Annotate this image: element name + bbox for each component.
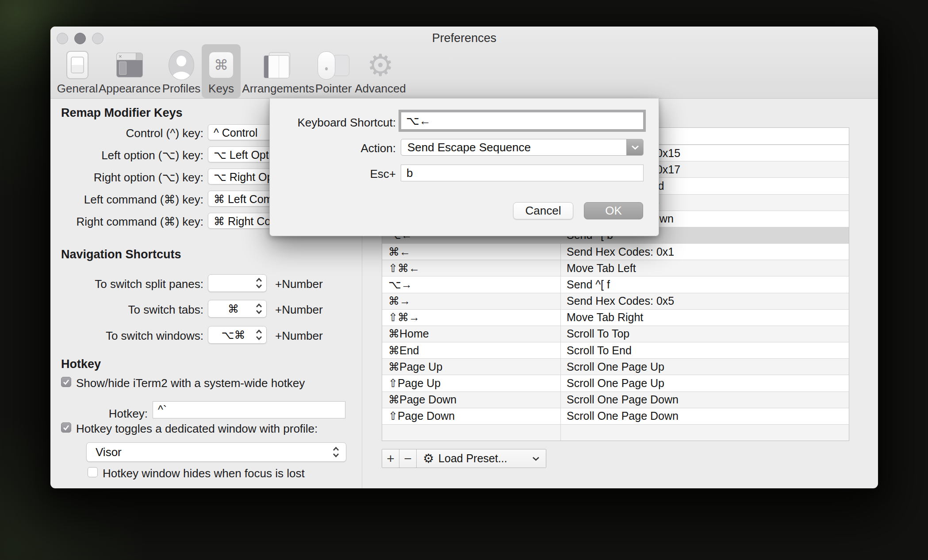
updown-chevron-icon	[256, 303, 262, 315]
action-cell: Scroll One Page Down	[560, 392, 849, 408]
window-header: Preferences General × Appearance	[50, 27, 878, 99]
window-title: Preferences	[50, 31, 878, 45]
key-combination-cell: ⌥→	[382, 276, 560, 292]
arrangements-icon	[264, 50, 293, 80]
toolbar-tab-arrangements[interactable]: Arrangements	[241, 44, 316, 98]
toolbar-label: Appearance	[99, 82, 161, 96]
key-combination-cell: ⇧⌘←	[382, 260, 560, 276]
updown-chevron-icon	[333, 446, 339, 458]
action-cell: Send ^[ f	[560, 276, 849, 292]
keyboard-shortcut-input[interactable]: ⌥←	[401, 112, 644, 130]
hide-on-focus-lost-checkbox[interactable]	[88, 467, 98, 477]
table-row[interactable]: ⌘EndScroll To End	[382, 342, 849, 358]
toolbar-tab-advanced[interactable]: ⚙ Advanced	[354, 44, 407, 98]
profiles-icon	[169, 50, 194, 80]
plus-number-label: +Number	[275, 329, 323, 343]
general-icon	[66, 50, 88, 80]
checkmark-icon	[63, 425, 69, 430]
action-cell: Send Hex Codes: 0x5	[560, 293, 849, 309]
appearance-icon: ×	[116, 50, 143, 80]
nav-row-label: To switch tabs:	[128, 303, 203, 317]
table-row[interactable]: ⌘→Send Hex Codes: 0x5	[382, 293, 849, 309]
plus-number-label: +Number	[275, 303, 323, 317]
preferences-window: Preferences General × Appearance	[50, 27, 878, 488]
navigation-heading: Navigation Shortcuts	[61, 248, 181, 261]
table-row[interactable]: ⌘Page DownScroll One Page Down	[382, 391, 849, 408]
toolbar-tab-keys[interactable]: ⌘ Keys	[202, 44, 241, 98]
edit-shortcut-dialog: Keyboard Shortcut: ⌥← Action: Send Escap…	[269, 98, 659, 236]
ok-button[interactable]: OK	[584, 202, 643, 219]
hotkey-field-label: Hotkey:	[109, 407, 148, 421]
key-combination-cell: ⇧⌘→	[382, 310, 560, 326]
action-cell	[560, 425, 849, 441]
gear-icon: ⚙	[423, 453, 434, 465]
updown-chevron-icon	[256, 329, 262, 341]
profile-select-popup[interactable]: Visor	[86, 442, 346, 462]
switch-windows-popup[interactable]: ⌥⌘	[208, 326, 267, 344]
pointer-icon	[318, 50, 349, 80]
add-mapping-button[interactable]: +	[382, 449, 399, 468]
hide-on-focus-lost-label: Hotkey window hides when focus is lost	[103, 467, 305, 480]
table-row[interactable]: ⇧⌘→Move Tab Right	[382, 309, 849, 326]
toolbar-tab-appearance[interactable]: × Appearance	[96, 44, 163, 98]
toolbar-label: Keys	[208, 82, 234, 96]
toolbar-tab-pointer[interactable]: Pointer	[309, 44, 358, 98]
remap-row-label: Left option (⌥) key:	[101, 149, 203, 162]
checkmark-icon	[63, 379, 69, 385]
systemwide-hotkey-label: Show/hide iTerm2 with a system-wide hotk…	[76, 376, 305, 390]
action-cell: Scroll One Page Up	[560, 359, 849, 375]
toolbar-label: Arrangements	[242, 82, 314, 96]
hotkey-input[interactable]: ^`	[153, 401, 345, 418]
load-preset-button[interactable]: ⚙ Load Preset...	[417, 449, 546, 468]
switch-tabs-popup[interactable]: ⌘	[208, 300, 267, 318]
keys-icon: ⌘	[209, 50, 234, 80]
esc-sequence-input[interactable]: b	[401, 165, 644, 181]
table-row[interactable]: ⇧Page DownScroll One Page Down	[382, 408, 849, 424]
advanced-icon: ⚙	[367, 50, 394, 80]
remap-row-label: Control (^) key:	[126, 127, 203, 140]
action-cell: Scroll One Page Up	[560, 375, 849, 391]
remap-row-label: Left command (⌘) key:	[84, 193, 203, 207]
toolbar-tab-profiles[interactable]: Profiles	[157, 44, 206, 98]
action-cell: Send Hex Codes: 0x1	[560, 244, 849, 260]
toolbar-label: Advanced	[355, 82, 406, 96]
esc-label: Esc+	[270, 167, 396, 181]
split-panes-popup[interactable]	[208, 274, 267, 292]
action-dropdown[interactable]: Send Escape Sequence	[401, 139, 644, 156]
action-cell: Move Tab Left	[560, 260, 849, 276]
toolbar-tab-general[interactable]: General	[51, 44, 104, 98]
table-row[interactable]: ⇧⌘←Move Tab Left	[382, 260, 849, 276]
key-combination-cell: ⇧Page Up	[382, 375, 560, 391]
updown-chevron-icon	[256, 277, 262, 289]
chevron-down-icon	[626, 139, 643, 155]
table-row[interactable]: ⌘Page UpScroll One Page Up	[382, 358, 849, 375]
key-combination-cell: ⌘Home	[382, 326, 560, 342]
key-combination-cell: ⌘→	[382, 293, 560, 309]
toolbar-label: Pointer	[315, 82, 352, 96]
remove-mapping-button[interactable]: −	[399, 449, 417, 468]
key-combination-cell: ⌘End	[382, 342, 560, 358]
plus-number-label: +Number	[275, 277, 323, 291]
key-combination-cell: ⌘Page Down	[382, 392, 560, 408]
table-row[interactable]: ⌥→Send ^[ f	[382, 276, 849, 292]
table-row[interactable]: ⌘←Send Hex Codes: 0x1	[382, 243, 849, 260]
nav-row-label: To switch split panes:	[95, 277, 203, 291]
mappings-toolbar: + − ⚙ Load Preset...	[382, 449, 546, 468]
action-label: Action:	[270, 142, 396, 155]
systemwide-hotkey-checkbox[interactable]	[61, 377, 71, 387]
dedicated-window-label: Hotkey toggles a dedicated window with p…	[76, 422, 318, 436]
action-cell: Scroll One Page Down	[560, 408, 849, 424]
table-row[interactable]: ⌘HomeScroll To Top	[382, 326, 849, 342]
table-row[interactable]	[382, 424, 849, 441]
action-cell: Scroll To Top	[560, 326, 849, 342]
chevron-down-icon	[532, 456, 540, 461]
cancel-button[interactable]: Cancel	[513, 202, 573, 219]
dedicated-window-checkbox[interactable]	[61, 422, 71, 433]
toolbar-label: Profiles	[162, 82, 201, 96]
shortcut-label: Keyboard Shortcut:	[270, 116, 396, 130]
remap-row-label: Right option (⌥) key:	[94, 171, 203, 184]
table-row[interactable]: ⇧Page UpScroll One Page Up	[382, 375, 849, 391]
key-combination-cell: ⌘←	[382, 244, 560, 260]
remap-heading: Remap Modifier Keys	[61, 106, 183, 120]
key-combination-cell: ⌘Page Up	[382, 359, 560, 375]
